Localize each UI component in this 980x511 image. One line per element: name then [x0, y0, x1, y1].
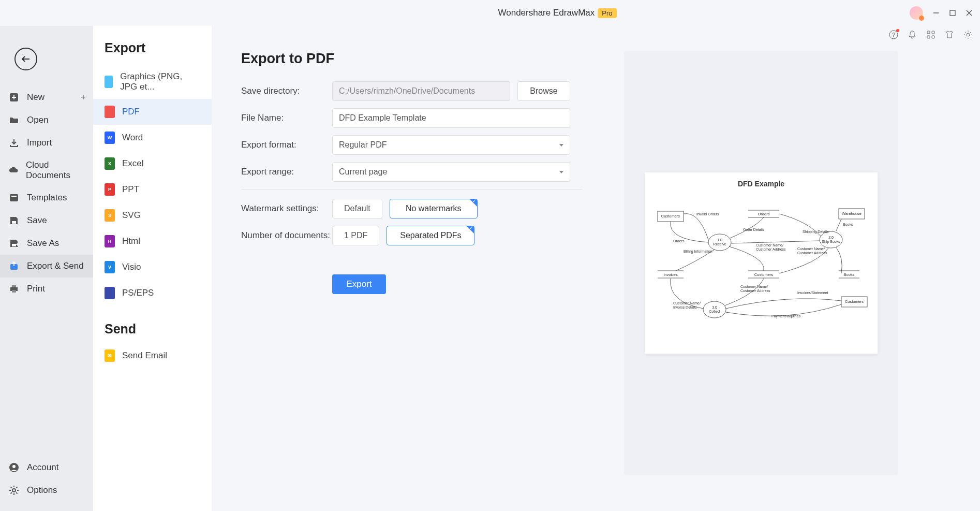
maximize-icon[interactable]	[949, 9, 956, 17]
format-ps[interactable]: PS/EPS	[93, 280, 212, 306]
gear-icon[interactable]	[963, 30, 973, 41]
save-icon	[8, 215, 20, 226]
nav-export-send[interactable]: Export & Send	[0, 255, 93, 278]
nav-options[interactable]: Options	[0, 479, 93, 502]
export-icon	[8, 260, 20, 272]
svg-text:3.0: 3.0	[712, 305, 717, 309]
svg-text:Invalid Orders: Invalid Orders	[696, 212, 719, 216]
svg-text:Customers: Customers	[661, 214, 680, 218]
app-title-text: Wondershare EdrawMax	[498, 8, 595, 18]
save-dir-input[interactable]	[332, 81, 510, 101]
send-email-label: Send Email	[122, 351, 167, 361]
toolbar-right: ?	[889, 30, 973, 41]
nav-save[interactable]: Save	[0, 209, 93, 232]
svg-text:Customer Name/: Customer Name/	[756, 243, 783, 247]
svg-text:Billing Information: Billing Information	[684, 250, 712, 254]
format-svg-label: SVG	[122, 210, 141, 221]
svg-rect-8	[927, 36, 930, 38]
nav-templates[interactable]: Templates	[0, 186, 93, 209]
svg-text:Invoices/Statement: Invoices/Statement	[797, 291, 828, 295]
plus-icon[interactable]: +	[81, 92, 86, 103]
format-pdf[interactable]: PDF	[93, 99, 212, 125]
keyboard-icon[interactable]	[926, 30, 936, 41]
format-ppt[interactable]: PPPT	[93, 177, 212, 202]
svg-file-icon: S	[105, 209, 115, 222]
svg-text:Ship Books: Ship Books	[822, 240, 840, 244]
export-button[interactable]: Export	[332, 274, 386, 294]
svg-text:Books: Books	[844, 272, 855, 277]
svg-point-25	[12, 489, 16, 492]
nav-import[interactable]: Import	[0, 132, 93, 154]
html-file-icon: H	[105, 235, 115, 247]
svg-text:Orders: Orders	[758, 212, 770, 216]
excel-file-icon: X	[105, 157, 115, 170]
export-range-value: Current page	[339, 167, 387, 177]
format-graphics[interactable]: Graphics (PNG, JPG et...	[93, 65, 212, 99]
nav-account[interactable]: Account	[0, 456, 93, 479]
format-ps-label: PS/EPS	[122, 288, 154, 298]
nav-saveas[interactable]: Save As	[0, 232, 93, 255]
svg-point-24	[12, 465, 16, 468]
format-excel-label: Excel	[122, 158, 144, 169]
nav-items: New + Open Import Cloud Documents Templa…	[0, 86, 93, 511]
watermark-none-button[interactable]: No watermarks	[390, 199, 478, 218]
browse-button[interactable]: Browse	[517, 81, 570, 101]
arrow-left-icon	[20, 53, 32, 65]
preview-panel: DFD Example Customers Warehouse Customer…	[624, 51, 898, 475]
nav-cloud[interactable]: Cloud Documents	[0, 154, 93, 186]
svg-text:Invoice Details: Invoice Details	[673, 305, 697, 309]
shirt-icon[interactable]	[945, 30, 954, 41]
one-pdf-button[interactable]: 1 PDF	[332, 226, 379, 245]
nav-open-label: Open	[27, 115, 49, 125]
png-file-icon	[105, 76, 113, 88]
watermark-default-button[interactable]: Default	[332, 199, 382, 218]
nav-new-label: New	[27, 92, 44, 103]
format-word[interactable]: WWord	[93, 125, 212, 151]
nav-open[interactable]: Open	[0, 109, 93, 132]
svg-text:Warehouse: Warehouse	[842, 211, 862, 216]
label-watermark: Watermark settings:	[241, 203, 332, 214]
svg-rect-7	[932, 31, 934, 34]
account-icon	[8, 462, 20, 473]
format-visio[interactable]: VVisio	[93, 254, 212, 280]
format-visio-label: Visio	[122, 262, 141, 272]
help-icon[interactable]: ?	[889, 30, 898, 41]
nav-save-label: Save	[27, 215, 47, 226]
file-name-input[interactable]	[332, 108, 570, 128]
svg-text:Order Details: Order Details	[743, 228, 765, 231]
format-html[interactable]: HHtml	[93, 228, 212, 254]
nav-new[interactable]: New +	[0, 86, 93, 109]
format-svg[interactable]: SSVG	[93, 202, 212, 228]
svg-text:Customers: Customers	[754, 272, 774, 277]
svg-text:2.0: 2.0	[828, 236, 834, 239]
close-icon[interactable]	[966, 9, 973, 17]
back-button[interactable]	[14, 48, 37, 70]
saveas-icon	[8, 238, 20, 249]
nav-saveas-label: Save As	[27, 238, 59, 249]
avatar-icon[interactable]	[910, 6, 923, 20]
minimize-icon[interactable]	[932, 9, 940, 17]
nav-print-label: Print	[27, 284, 45, 294]
send-email[interactable]: ✉Send Email	[93, 343, 212, 369]
svg-point-10	[967, 33, 970, 36]
left-nav: New + Open Import Cloud Documents Templa…	[0, 26, 93, 511]
svg-rect-22	[12, 290, 16, 293]
svg-text:Books: Books	[843, 223, 853, 226]
nav-print[interactable]: Print	[0, 278, 93, 300]
visio-file-icon: V	[105, 261, 115, 273]
nav-cloud-label: Cloud Documents	[26, 160, 85, 181]
svg-text:Orders: Orders	[673, 239, 685, 243]
cloud-icon	[8, 165, 19, 176]
export-range-select[interactable]: Current page	[332, 162, 570, 182]
svg-text:Collect: Collect	[709, 310, 720, 313]
row-num-docs: Number of documents: 1 PDF Separated PDF…	[241, 226, 583, 245]
svg-text:Customer Address: Customer Address	[756, 247, 786, 251]
print-icon	[8, 283, 20, 295]
bell-icon[interactable]	[908, 30, 917, 41]
export-format-select[interactable]: Regular PDF	[332, 135, 570, 155]
label-export-format: Export format:	[241, 140, 332, 150]
row-save-dir: Save directory: Browse	[241, 81, 583, 101]
format-excel[interactable]: XExcel	[93, 151, 212, 177]
separated-pdfs-button[interactable]: Separated PDFs	[387, 226, 474, 245]
svg-text:Customer Name/: Customer Name/	[740, 285, 768, 288]
